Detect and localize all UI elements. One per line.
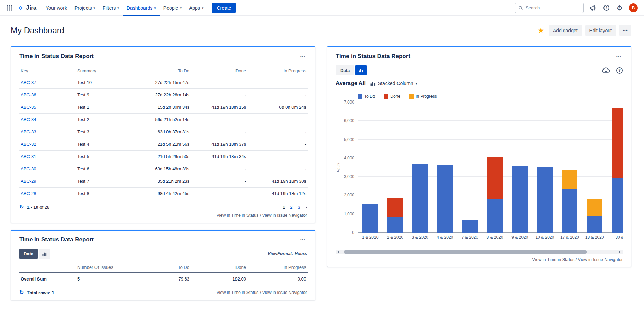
bar-stack: [412, 102, 428, 232]
user-avatar[interactable]: B: [629, 3, 638, 12]
bar-segment-to-do[interactable]: [587, 216, 602, 233]
gadget-more-icon[interactable]: •••: [299, 53, 307, 60]
issue-key-link[interactable]: ABC-34: [21, 117, 36, 122]
search-icon: [518, 5, 523, 10]
nav-item-dashboards[interactable]: Dashboards▾: [123, 0, 160, 16]
bar-segment-to-do[interactable]: [362, 204, 378, 232]
bar-stack: [487, 102, 503, 232]
bar-group: [358, 102, 383, 232]
gadget-title: Time in Status Data Report: [19, 236, 94, 243]
bar-segment-to-do[interactable]: [487, 199, 503, 232]
jira-logo-text: Jira: [26, 4, 36, 11]
scroll-left-button[interactable]: [336, 250, 341, 254]
chart-x-axis: 1 & 20202 & 20203 & 20204 & 20207 & 2020…: [358, 235, 623, 240]
right-column: Time in Status Data Report ••• Data ?: [327, 46, 631, 267]
duration-to-do: 63d 0h 37m 31s: [136, 126, 191, 138]
issue-key-link[interactable]: ABC-31: [21, 154, 36, 159]
page-button-2[interactable]: 2: [290, 205, 292, 210]
page-button-1[interactable]: 1: [283, 205, 285, 210]
bar-segment-to-do[interactable]: [387, 217, 403, 232]
bar-stack: [562, 102, 577, 232]
issue-key-link[interactable]: ABC-32: [21, 142, 36, 147]
scrollbar-track[interactable]: [341, 250, 618, 254]
edit-layout-button[interactable]: Edit layout: [585, 25, 616, 36]
bar-chart-icon: [42, 252, 47, 256]
refresh-icon[interactable]: ↻: [19, 204, 24, 210]
bar-segment-in-progress[interactable]: [562, 170, 577, 189]
issue-summary: Test 9: [76, 89, 136, 101]
pagination-range: 1 - 10 of 28: [27, 205, 49, 210]
chart-view-toggle[interactable]: [39, 249, 50, 259]
data-view-toggle[interactable]: Data: [336, 65, 354, 75]
footer-link[interactable]: View in Issue Navigator: [262, 290, 307, 295]
jira-logo[interactable]: Jira: [17, 4, 36, 11]
bar-segment-to-do[interactable]: [537, 167, 553, 232]
legend-item-done[interactable]: Done: [384, 94, 400, 99]
table-row: ABC-36Test 927d 22h 26m 14s--: [19, 89, 308, 101]
chart-view-toggle[interactable]: [355, 65, 367, 75]
footer-link[interactable]: View in Time in Status: [532, 257, 574, 262]
bar-segment-to-do[interactable]: [437, 165, 453, 232]
bar-segment-done[interactable]: [612, 108, 623, 178]
search-input[interactable]: [526, 5, 580, 10]
bar-segment-done[interactable]: [487, 157, 503, 199]
bar-segment-to-do[interactable]: [512, 166, 528, 232]
favorite-star-icon[interactable]: ★: [538, 27, 544, 34]
issue-key-link[interactable]: ABC-28: [21, 191, 36, 196]
bar-segment-to-do[interactable]: [562, 189, 577, 232]
nav-item-filters[interactable]: Filters▾: [99, 0, 123, 16]
chart-type-dropdown[interactable]: Stacked Column ▾: [370, 81, 417, 86]
issue-key-link[interactable]: ABC-36: [21, 92, 36, 97]
next-page-button[interactable]: ›: [306, 205, 307, 210]
issue-key-link[interactable]: ABC-33: [21, 129, 36, 134]
refresh-icon[interactable]: ↻: [19, 290, 24, 295]
dashboard-more-button[interactable]: •••: [619, 25, 631, 36]
issue-key-link[interactable]: ABC-37: [21, 80, 36, 85]
page-button-3[interactable]: 3: [298, 205, 300, 210]
table-row: ABC-28Test 898d 4h 42m 45s-41d 19h 18m 1…: [19, 188, 308, 200]
search-box[interactable]: [515, 3, 584, 13]
export-cloud-icon[interactable]: [602, 67, 610, 74]
issue-key-cell: ABC-35: [19, 101, 76, 114]
help-question-glyph: ?: [603, 5, 609, 11]
nav-item-people[interactable]: People▾: [160, 0, 185, 16]
legend-item-in-progress[interactable]: In Progress: [409, 94, 437, 99]
bar-segment-to-do[interactable]: [462, 220, 478, 232]
duration-to-do: 21d 5h 21m 56s: [136, 138, 191, 151]
x-axis-label: 3 & 2020: [407, 235, 433, 240]
issue-key-link[interactable]: ABC-35: [21, 105, 36, 110]
data-view-toggle[interactable]: Data: [19, 249, 38, 259]
gadget-more-icon[interactable]: •••: [299, 237, 307, 243]
issue-key-link[interactable]: ABC-29: [21, 179, 36, 184]
nav-item-apps[interactable]: Apps▾: [185, 0, 207, 16]
footer-link[interactable]: View in Time in Status: [216, 213, 258, 218]
gadget-time-in-status-sum: Time in Status Data Report ••• Data View…: [11, 230, 315, 300]
legend-item-to-do[interactable]: To Do: [358, 94, 375, 99]
scrollbar-thumb[interactable]: [344, 250, 587, 254]
column-header-done: Done: [191, 66, 248, 76]
announcements-icon[interactable]: [589, 3, 597, 12]
footer-link[interactable]: View in Issue Navigator: [262, 213, 307, 218]
app-switcher-icon[interactable]: [4, 3, 14, 13]
legend-label: In Progress: [416, 94, 437, 99]
issue-key-link[interactable]: ABC-30: [21, 166, 36, 171]
bar-segment-done[interactable]: [387, 198, 403, 217]
settings-gear-icon[interactable]: ⚙: [616, 3, 624, 12]
table-row: ABC-29Test 735d 21h 2m 23s-41d 19h 18m 3…: [19, 175, 308, 188]
chevron-down-icon: ▾: [202, 7, 204, 10]
help-icon[interactable]: ?: [602, 3, 610, 12]
bar-segment-to-do[interactable]: [612, 178, 623, 232]
footer-link[interactable]: View in Issue Navigator: [578, 257, 623, 262]
add-gadget-button[interactable]: Add gadget: [549, 25, 582, 36]
gadget-more-icon[interactable]: •••: [615, 53, 623, 60]
bar-segment-to-do[interactable]: [412, 164, 428, 232]
chart-help-icon[interactable]: ?: [616, 67, 623, 74]
bar-group: [532, 102, 557, 232]
nav-item-projects[interactable]: Projects▾: [71, 0, 99, 16]
scroll-right-button[interactable]: [618, 250, 623, 254]
footer-link[interactable]: View in Time in Status: [216, 290, 258, 295]
nav-item-your-work[interactable]: Your work: [42, 0, 71, 16]
create-button[interactable]: Create: [212, 3, 236, 13]
column-header-in-progress: In Progress: [248, 262, 308, 273]
bar-segment-in-progress[interactable]: [587, 199, 602, 216]
